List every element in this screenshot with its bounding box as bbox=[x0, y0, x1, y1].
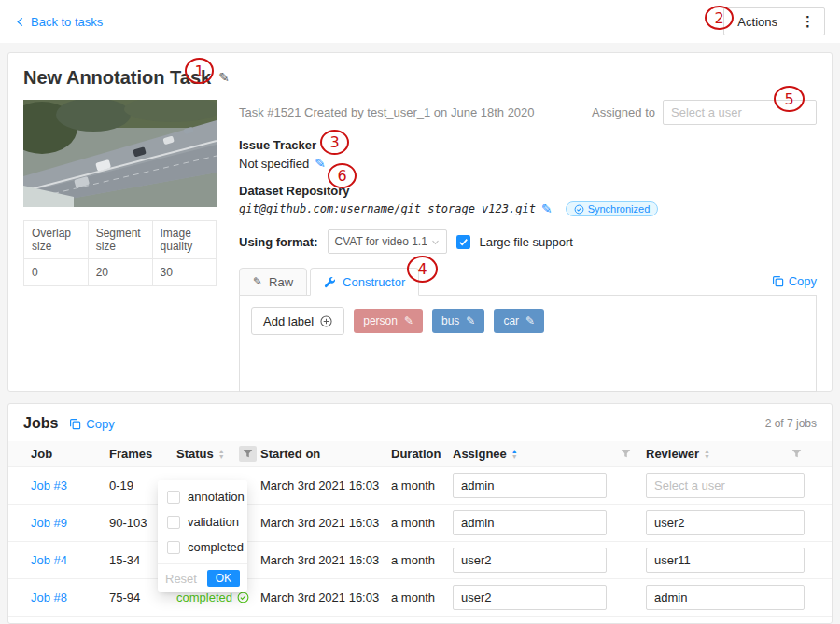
job-started: March 3rd 2021 16:03 bbox=[260, 590, 391, 604]
edit-label-icon[interactable]: ✎ bbox=[466, 314, 475, 327]
job-reviewer-input[interactable] bbox=[646, 548, 805, 573]
filter-reset-button[interactable]: Reset bbox=[165, 572, 197, 586]
column-header-status[interactable]: Status ▲▼ bbox=[176, 446, 260, 462]
issue-tracker-label: Issue Tracker bbox=[239, 138, 817, 152]
column-label: Status bbox=[176, 447, 214, 461]
reviewer-filter-icon[interactable] bbox=[788, 446, 805, 462]
actions-button[interactable]: Actions ⋮ bbox=[723, 7, 825, 35]
job-assignee-input[interactable] bbox=[453, 510, 607, 535]
job-duration: a month bbox=[391, 478, 453, 492]
more-dots-icon[interactable]: ⋮ bbox=[791, 13, 824, 30]
wrench-icon bbox=[324, 276, 336, 288]
back-to-tasks-link[interactable]: Back to tasks bbox=[15, 15, 103, 29]
task-preview-image bbox=[23, 100, 217, 207]
job-row: Job #4 15-34 March 3rd 2021 16:03 a mont… bbox=[8, 542, 832, 579]
column-header-assignee[interactable]: Assignee ▲▼ bbox=[453, 446, 646, 462]
job-link[interactable]: Job #3 bbox=[31, 478, 67, 492]
job-reviewer-input[interactable] bbox=[646, 473, 805, 498]
job-link[interactable]: Job #4 bbox=[31, 553, 67, 567]
jobs-title: Jobs bbox=[23, 415, 58, 432]
sync-status-badge: Synchronized bbox=[566, 201, 659, 216]
assignee-filter-icon[interactable] bbox=[617, 446, 635, 462]
job-started: March 3rd 2021 16:03 bbox=[260, 516, 391, 530]
param-value-segment: 20 bbox=[88, 259, 152, 286]
job-assignee-input[interactable] bbox=[453, 473, 607, 498]
column-header-reviewer[interactable]: Reviewer ▲▼ bbox=[646, 446, 817, 462]
status-text: completed bbox=[176, 590, 232, 604]
label-chip-name: bus bbox=[441, 314, 459, 327]
task-meta: Task #1521 Created by test_user_1 on Jun… bbox=[239, 105, 535, 119]
using-format-label: Using format: bbox=[239, 235, 318, 249]
job-frames: 75-94 bbox=[109, 590, 176, 604]
status-filter-dropdown: annotation validation completed Reset OK bbox=[158, 480, 247, 592]
chevron-left-icon bbox=[15, 17, 25, 27]
jobs-card: Jobs Copy 2 of 7 jobs Job Frames Status … bbox=[7, 403, 833, 624]
plus-circle-icon bbox=[320, 315, 332, 327]
job-link[interactable]: Job #8 bbox=[31, 590, 67, 604]
filter-option-completed[interactable]: completed bbox=[158, 534, 247, 560]
task-title: New Annotation Task bbox=[23, 67, 211, 89]
job-duration: a month bbox=[391, 590, 453, 604]
task-detail-card: New Annotation Task ✎ bbox=[7, 52, 833, 392]
label-chip-bus[interactable]: bus ✎ bbox=[432, 309, 484, 333]
task-assignee-input[interactable] bbox=[663, 100, 817, 125]
checkbox-unchecked[interactable] bbox=[167, 491, 180, 504]
job-reviewer-input[interactable] bbox=[646, 585, 805, 610]
dataset-repository-label: Dataset Repository bbox=[239, 184, 817, 198]
status-filter-icon[interactable] bbox=[239, 446, 257, 462]
filter-ok-button[interactable]: OK bbox=[207, 570, 240, 587]
copy-icon bbox=[69, 418, 81, 430]
edit-label-icon[interactable]: ✎ bbox=[525, 314, 535, 327]
column-header-started: Started on bbox=[260, 447, 391, 461]
tab-raw[interactable]: ✎ Raw bbox=[239, 268, 307, 296]
label-chip-person[interactable]: person ✎ bbox=[354, 309, 423, 333]
job-reviewer-input[interactable] bbox=[646, 510, 805, 535]
job-duration: a month bbox=[391, 553, 453, 567]
job-row: Job #8 75-94 completed March 3rd 2021 16… bbox=[8, 579, 832, 617]
job-link[interactable]: Job #9 bbox=[31, 516, 67, 530]
filter-option-annotation[interactable]: annotation bbox=[158, 484, 247, 509]
large-file-label: Large file support bbox=[480, 235, 573, 249]
checkbox-unchecked[interactable] bbox=[167, 541, 180, 554]
edit-label-icon[interactable]: ✎ bbox=[404, 314, 413, 327]
chevron-down-icon bbox=[431, 238, 440, 246]
copy-label: Copy bbox=[789, 274, 817, 288]
sort-icon[interactable]: ▲▼ bbox=[218, 449, 225, 460]
job-row: Job #3 0-19 March 3rd 2021 16:03 a month bbox=[8, 467, 832, 505]
pencil-icon: ✎ bbox=[253, 275, 262, 288]
checkbox-unchecked[interactable] bbox=[167, 516, 180, 529]
back-link-label: Back to tasks bbox=[31, 15, 103, 29]
column-header-job: Job bbox=[31, 447, 109, 461]
filter-option-label: completed bbox=[188, 540, 244, 554]
edit-repository-icon[interactable]: ✎ bbox=[541, 201, 553, 216]
jobs-copy-button[interactable]: Copy bbox=[69, 417, 114, 431]
add-label-button[interactable]: Add label bbox=[251, 307, 344, 335]
large-file-checkbox[interactable] bbox=[456, 235, 470, 249]
edit-issue-tracker-icon[interactable]: ✎ bbox=[315, 156, 326, 171]
job-assignee-input[interactable] bbox=[453, 585, 607, 610]
label-chip-name: car bbox=[503, 314, 519, 327]
label-chip-car[interactable]: car ✎ bbox=[494, 309, 544, 333]
job-assignee-input[interactable] bbox=[453, 548, 607, 573]
format-select[interactable]: CVAT for video 1.1 bbox=[328, 229, 447, 254]
add-label-text: Add label bbox=[263, 314, 314, 328]
column-header-duration: Duration bbox=[391, 447, 453, 461]
sort-icon[interactable]: ▲▼ bbox=[704, 449, 710, 460]
tab-constructor[interactable]: Constructor bbox=[310, 268, 419, 296]
labels-copy-button[interactable]: Copy bbox=[772, 274, 817, 288]
jobs-table-header: Job Frames Status ▲▼ Started on Duration… bbox=[8, 441, 832, 467]
edit-title-icon[interactable]: ✎ bbox=[218, 70, 230, 85]
param-header-quality: Image quality bbox=[152, 221, 216, 259]
param-header-segment: Segment size bbox=[88, 221, 152, 259]
param-value-overlap: 0 bbox=[24, 259, 89, 286]
param-header-overlap: Overlap size bbox=[24, 221, 89, 259]
dataset-repository-url[interactable]: git@github.com:username/git_storage_v123… bbox=[239, 202, 536, 215]
sync-badge-label: Synchronized bbox=[588, 203, 651, 215]
filter-option-validation[interactable]: validation bbox=[158, 509, 247, 534]
sort-icon[interactable]: ▲▼ bbox=[511, 449, 518, 460]
filter-option-label: validation bbox=[188, 515, 239, 529]
filter-option-label: annotation bbox=[188, 490, 245, 504]
tab-raw-label: Raw bbox=[269, 275, 293, 289]
sync-check-icon bbox=[574, 204, 584, 215]
job-duration: a month bbox=[391, 516, 453, 530]
